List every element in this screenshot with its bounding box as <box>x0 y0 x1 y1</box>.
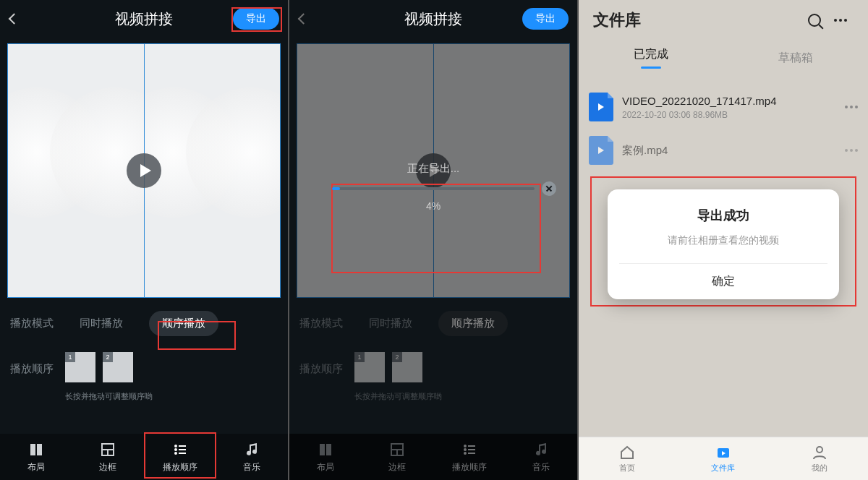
export-button[interactable]: 导出 <box>233 8 279 30</box>
page-title: 文件库 <box>593 9 801 31</box>
svg-rect-1 <box>37 444 42 455</box>
svg-point-20 <box>464 453 466 454</box>
screen-editor: 视频拼接 导出 播放模式 同时播放 顺序播放 播放顺序 1 2 长按并拖动可调整… <box>0 0 288 480</box>
mode-seq-button[interactable]: 顺序播放 <box>149 311 218 336</box>
list-icon <box>461 441 478 458</box>
order-thumb-2: 2 <box>392 352 422 382</box>
svg-rect-0 <box>30 444 35 455</box>
progress-fill <box>332 187 340 190</box>
video-preview <box>7 43 281 298</box>
tab-bar: 首页 文件库 我的 <box>579 437 868 480</box>
svg-rect-11 <box>320 444 325 455</box>
play-mode-row: 播放模式 同时播放 顺序播放 <box>0 298 288 336</box>
header: 视频拼接 导出 <box>289 0 577 38</box>
video-file-icon <box>589 136 613 165</box>
play-button[interactable] <box>127 153 161 188</box>
file-item[interactable]: 案例.mp4 <box>584 129 862 172</box>
play-order-row: 播放顺序 1 2 长按并拖动可调整顺序哟 <box>289 336 577 402</box>
layout-icon <box>317 441 334 458</box>
nav-play-order: 播放顺序 <box>433 434 506 480</box>
export-success-dialog: 导出成功 请前往相册查看您的视频 确定 <box>608 189 839 299</box>
profile-icon <box>812 445 827 460</box>
library-icon <box>715 445 731 460</box>
bottom-nav: 布局 边框 播放顺序 音乐 <box>289 434 577 480</box>
svg-point-24 <box>817 447 822 453</box>
border-icon <box>99 441 116 458</box>
file-name: 案例.mp4 <box>622 144 836 158</box>
file-more-button[interactable] <box>845 149 858 152</box>
mode-sync-button[interactable]: 同时播放 <box>67 311 136 336</box>
file-item[interactable]: VIDEO_20221020_171417.mp4 2022-10-20 03:… <box>584 85 862 129</box>
svg-rect-12 <box>326 444 331 455</box>
tab-draft[interactable]: 草稿箱 <box>723 40 868 75</box>
music-icon <box>243 441 260 458</box>
preview-slot-1[interactable] <box>8 44 145 297</box>
export-progress: 正在导出... 4% <box>332 162 535 212</box>
tab-home[interactable]: 首页 <box>579 437 675 480</box>
svg-point-7 <box>175 449 176 450</box>
header: 文件库 <box>579 0 868 40</box>
order-thumb-1[interactable]: 1 <box>65 352 95 382</box>
search-icon <box>808 14 821 27</box>
play-order-row: 播放顺序 1 2 长按并拖动可调整顺序哟 <box>0 336 288 402</box>
screen-library: 文件库 已完成 草稿箱 VIDEO_20221020_171417.mp4 20… <box>579 0 868 480</box>
tab-library[interactable]: 文件库 <box>675 437 771 480</box>
more-icon <box>834 19 847 22</box>
progress-bar <box>332 187 535 190</box>
play-mode-label: 播放模式 <box>299 317 343 330</box>
nav-border[interactable]: 边框 <box>72 434 145 480</box>
preview-slot-2[interactable] <box>145 44 281 297</box>
header: 视频拼接 导出 <box>0 0 288 38</box>
file-list: VIDEO_20221020_171417.mp4 2022-10-20 03:… <box>579 75 868 182</box>
play-mode-label: 播放模式 <box>10 317 54 330</box>
order-thumb-1: 1 <box>354 352 385 382</box>
nav-music[interactable]: 音乐 <box>216 434 289 480</box>
menu-button[interactable] <box>827 19 854 22</box>
list-icon <box>171 441 189 458</box>
order-thumbs: 1 2 长按并拖动可调整顺序哟 <box>354 352 442 402</box>
back-button[interactable] <box>299 15 307 23</box>
export-button[interactable]: 导出 <box>522 8 569 30</box>
nav-music: 音乐 <box>506 434 578 480</box>
mode-sync-button: 同时播放 <box>356 311 425 336</box>
nav-play-order[interactable]: 播放顺序 <box>144 434 216 480</box>
layout-icon <box>27 441 45 458</box>
file-info: VIDEO_20221020_171417.mp4 2022-10-20 03:… <box>622 95 836 120</box>
nav-layout: 布局 <box>289 434 362 480</box>
dialog-message: 请前往相册查看您的视频 <box>619 234 827 247</box>
back-button[interactable] <box>10 15 18 23</box>
svg-point-16 <box>464 445 466 447</box>
tab-profile[interactable]: 我的 <box>772 437 868 480</box>
chevron-left-icon <box>298 13 310 25</box>
chevron-left-icon <box>9 13 20 25</box>
bottom-nav: 布局 边框 播放顺序 音乐 <box>0 434 288 480</box>
file-info: 案例.mp4 <box>622 144 836 158</box>
search-button[interactable] <box>801 14 827 27</box>
play-mode-row: 播放模式 同时播放 顺序播放 <box>289 298 577 336</box>
home-icon <box>619 445 635 460</box>
file-meta: 2022-10-20 03:06 88.96MB <box>622 110 836 120</box>
nav-layout[interactable]: 布局 <box>0 434 72 480</box>
order-thumb-2[interactable]: 2 <box>103 352 133 382</box>
play-order-label: 播放顺序 <box>299 352 343 376</box>
cancel-export-button[interactable] <box>542 181 556 196</box>
page-title: 视频拼接 <box>404 9 462 29</box>
play-order-label: 播放顺序 <box>10 352 54 376</box>
progress-percent: 4% <box>332 200 535 212</box>
tabs: 已完成 草稿箱 <box>579 40 868 75</box>
file-more-button[interactable] <box>845 106 858 108</box>
dialog-ok-button[interactable]: 确定 <box>619 263 827 299</box>
drag-hint: 长按并拖动可调整顺序哟 <box>354 391 442 402</box>
svg-point-9 <box>175 453 176 454</box>
drag-hint: 长按并拖动可调整顺序哟 <box>65 391 153 402</box>
svg-point-18 <box>464 449 466 450</box>
tab-done[interactable]: 已完成 <box>579 40 723 75</box>
progress-label: 正在导出... <box>332 162 535 176</box>
mode-seq-button: 顺序播放 <box>438 311 508 336</box>
play-icon <box>140 164 151 177</box>
border-icon <box>388 441 406 458</box>
dialog-title: 导出成功 <box>619 207 827 224</box>
order-thumbs: 1 2 长按并拖动可调整顺序哟 <box>65 352 153 402</box>
page-title: 视频拼接 <box>115 9 173 29</box>
video-file-icon <box>589 93 613 121</box>
